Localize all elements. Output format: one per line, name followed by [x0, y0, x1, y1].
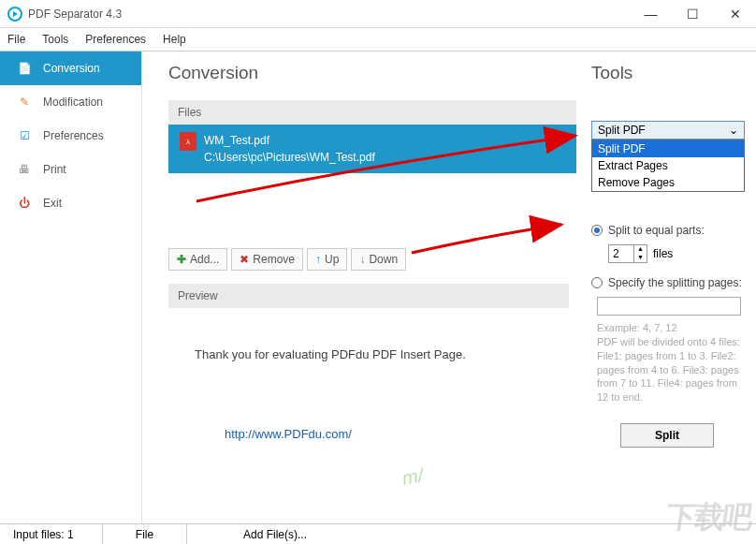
parts-input[interactable] — [609, 245, 633, 262]
add-button[interactable]: ✚Add... — [168, 248, 227, 271]
radio-specify-pages[interactable]: Specify the splitting pages: — [591, 276, 743, 289]
parts-spinner[interactable]: ▲▼ — [608, 244, 647, 263]
menu-preferences[interactable]: Preferences — [85, 33, 146, 46]
power-icon: ⏻ — [17, 196, 32, 211]
maximize-button[interactable]: ☐ — [672, 0, 714, 28]
file-details: WM_Test.pdf C:\Users\pc\Pictures\WM_Test… — [204, 132, 375, 166]
sidebar-item-exit[interactable]: ⏻ Exit — [0, 186, 141, 220]
minimize-button[interactable]: — — [630, 0, 672, 28]
watermark-main: 下载吧 — [663, 497, 753, 538]
dropdown-option[interactable]: Split PDF — [592, 140, 744, 157]
close-button[interactable]: ✕ — [714, 0, 756, 28]
arrow-down-icon: ↓ — [359, 253, 365, 266]
spinner-unit: files — [653, 247, 673, 260]
status-file-button[interactable]: File — [103, 524, 187, 544]
sidebar-item-label: Print — [43, 163, 66, 176]
document-icon: 📄 — [17, 61, 32, 76]
preview-pane: Thank you for evaluating PDFdu PDF Inser… — [168, 310, 569, 441]
tools-panel: Tools Split PDF ⌄ Split PDF Extract Page… — [584, 51, 756, 523]
preview-text: Thank you for evaluating PDFdu PDF Inser… — [195, 347, 543, 361]
plus-icon: ✚ — [177, 253, 186, 266]
menu-help[interactable]: Help — [163, 33, 186, 46]
window-title: PDF Separator 4.3 — [28, 7, 122, 21]
dropdown-list: Split PDF Extract Pages Remove Pages — [591, 140, 745, 192]
down-button[interactable]: ↓Down — [351, 248, 406, 271]
radio-icon — [591, 277, 603, 288]
preview-header: Preview — [168, 284, 569, 308]
menu-tools[interactable]: Tools — [42, 33, 68, 46]
sidebar: 📄 Conversion ✎ Modification ☑ Preference… — [0, 51, 142, 523]
page-title: Conversion — [168, 63, 576, 83]
dropdown-option[interactable]: Remove Pages — [592, 174, 744, 191]
spinner-down-icon[interactable]: ▼ — [634, 254, 647, 262]
sidebar-item-label: Exit — [43, 197, 62, 210]
content-area: Conversion Files λ WM_Test.pdf C:\Users\… — [142, 51, 584, 523]
spinner-up-icon[interactable]: ▲ — [634, 245, 647, 254]
chevron-down-icon: ⌄ — [729, 124, 738, 137]
menubar: File Tools Preferences Help — [0, 28, 756, 51]
pdf-icon: λ — [180, 132, 196, 151]
tools-heading: Tools — [591, 63, 743, 83]
sidebar-item-label: Modification — [43, 96, 103, 109]
statusbar: Input files: 1 File Add File(s)... — [0, 523, 756, 544]
radio-equal-parts[interactable]: Split to equal parts: — [591, 224, 743, 237]
file-path: C:\Users\pc\Pictures\WM_Test.pdf — [204, 149, 375, 166]
menu-file[interactable]: File — [7, 33, 25, 46]
files-header: Files — [168, 100, 576, 125]
app-icon — [7, 7, 22, 22]
check-icon: ☑ — [17, 128, 32, 143]
status-input-files: Input files: 1 — [0, 524, 103, 544]
help-text: PDF will be divided onto 4 files: File1:… — [597, 335, 743, 404]
sidebar-item-label: Conversion — [43, 62, 100, 75]
file-list-item[interactable]: λ WM_Test.pdf C:\Users\pc\Pictures\WM_Te… — [168, 125, 576, 173]
preview-link[interactable]: http://www.PDFdu.com/ — [225, 427, 352, 441]
printer-icon: 🖶 — [17, 162, 32, 177]
dropdown-selected: Split PDF — [598, 124, 646, 137]
watermark-small: m/ — [400, 464, 425, 490]
dropdown-option[interactable]: Extract Pages — [592, 157, 744, 174]
pages-input[interactable] — [597, 297, 741, 316]
sidebar-item-preferences[interactable]: ☑ Preferences — [0, 119, 141, 153]
split-button[interactable]: Split — [620, 423, 714, 448]
sidebar-item-modification[interactable]: ✎ Modification — [0, 85, 141, 119]
sidebar-item-print[interactable]: 🖶 Print — [0, 153, 141, 186]
sidebar-item-label: Preferences — [43, 129, 104, 142]
up-button[interactable]: ↑Up — [307, 248, 347, 271]
arrow-up-icon: ↑ — [315, 253, 321, 266]
operation-dropdown[interactable]: Split PDF ⌄ Split PDF Extract Pages Remo… — [591, 121, 745, 192]
radio-icon — [591, 225, 603, 236]
example-text: Example: 4, 7, 12 — [597, 321, 743, 335]
file-name: WM_Test.pdf — [204, 132, 375, 149]
sidebar-item-conversion[interactable]: 📄 Conversion — [0, 51, 141, 85]
remove-button[interactable]: ✖Remove — [231, 248, 303, 271]
titlebar: PDF Separator 4.3 — ☐ ✕ — [0, 0, 756, 28]
pencil-icon: ✎ — [17, 95, 32, 110]
x-icon: ✖ — [240, 253, 249, 266]
